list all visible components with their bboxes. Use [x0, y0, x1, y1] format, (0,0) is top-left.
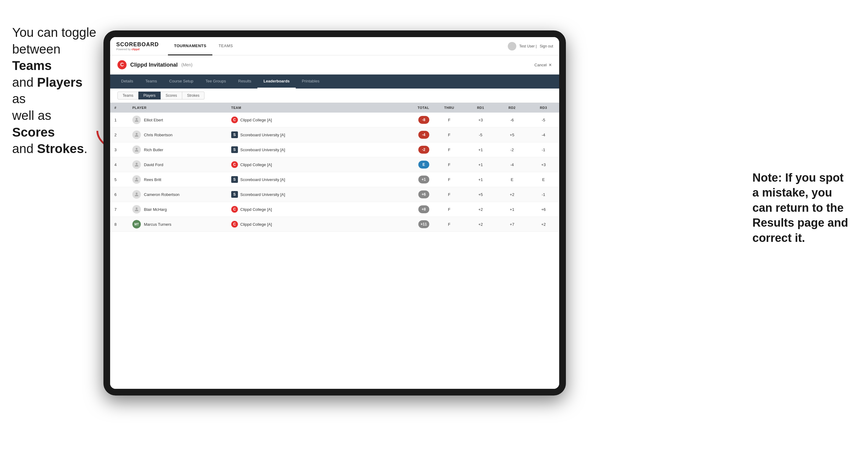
thru-cell: F — [434, 187, 465, 202]
sign-out-link[interactable]: Sign out — [540, 44, 553, 49]
team-name: Clippd College [A] — [240, 222, 272, 227]
player-name: Rees Britt — [144, 177, 161, 182]
rd1-cell: +2 — [465, 217, 496, 232]
tournament-gender: (Men) — [181, 62, 193, 67]
player-name: Blair McHarg — [144, 207, 167, 212]
nav-link-teams[interactable]: TEAMS — [212, 37, 239, 55]
team-cell: C Clippd College [A] — [227, 113, 389, 127]
player-name-cell: Blair McHarg — [128, 202, 227, 217]
thru-cell: F — [434, 113, 465, 127]
tab-leaderboards[interactable]: Leaderboards — [257, 74, 296, 89]
player-name: Marcus Turners — [144, 222, 171, 227]
player-name-cell: Rees Britt — [128, 172, 227, 187]
nav-link-tournaments[interactable]: TOURNAMENTS — [168, 37, 212, 55]
rd1-cell: +5 — [465, 187, 496, 202]
tab-course-setup[interactable]: Course Setup — [163, 74, 199, 89]
rank-cell: 7 — [110, 202, 128, 217]
tab-details[interactable]: Details — [115, 74, 140, 89]
tab-teams[interactable]: Teams — [140, 74, 163, 89]
col-header-rd1: RD1 — [465, 103, 496, 113]
subtab-players[interactable]: Players — [138, 92, 161, 99]
rd2-cell: +7 — [496, 217, 528, 232]
svg-point-5 — [136, 178, 137, 180]
player-avatar: MT — [132, 220, 141, 228]
team-logo: S — [231, 191, 238, 198]
team-name: Clippd College [A] — [240, 207, 272, 212]
thru-cell: F — [434, 127, 465, 143]
svg-point-1 — [136, 118, 137, 120]
total-score-cell: -2 — [389, 143, 434, 157]
col-header-rd3: RD3 — [528, 103, 559, 113]
player-name-cell: Elliot Ebert — [128, 113, 227, 127]
tab-results[interactable]: Results — [232, 74, 257, 89]
rank-cell: 6 — [110, 187, 128, 202]
rank-cell: 5 — [110, 172, 128, 187]
total-score-cell: E — [389, 157, 434, 172]
table-row: 5 Rees Britt S Scoreboard University [A]… — [110, 172, 559, 187]
subtab-strokes[interactable]: Strokes — [182, 92, 205, 99]
team-name: Scoreboard University [A] — [240, 177, 285, 182]
rd2-cell: E — [496, 172, 528, 187]
total-score-cell: +8 — [389, 202, 434, 217]
leaderboard-table-container: # PLAYER TEAM TOTAL THRU RD1 RD2 RD3 1 — [110, 103, 559, 389]
cancel-button[interactable]: Cancel ✕ — [534, 63, 552, 67]
rd2-cell: -2 — [496, 143, 528, 157]
table-row: 7 Blair McHarg C Clippd College [A] +8 F… — [110, 202, 559, 217]
rd2-cell: -4 — [496, 157, 528, 172]
annotation-line5: and Strokes. — [12, 142, 88, 156]
score-badge: +8 — [418, 205, 429, 213]
player-name-cell: Chris Robertson — [128, 127, 227, 143]
thru-cell: F — [434, 217, 465, 232]
rd3-cell: +6 — [528, 202, 559, 217]
team-logo: S — [231, 176, 238, 183]
rank-cell: 1 — [110, 113, 128, 127]
team-name: Scoreboard University [A] — [240, 148, 285, 152]
table-row: 3 Rich Butler S Scoreboard University [A… — [110, 143, 559, 157]
col-header-team: TEAM — [227, 103, 389, 113]
leaderboard-table: # PLAYER TEAM TOTAL THRU RD1 RD2 RD3 1 — [110, 103, 559, 232]
player-avatar — [132, 146, 141, 154]
tab-printables[interactable]: Printables — [296, 74, 326, 89]
player-avatar — [132, 175, 141, 184]
svg-point-2 — [136, 133, 137, 135]
rd3-cell: -1 — [528, 143, 559, 157]
svg-point-4 — [136, 163, 137, 164]
player-name: Elliot Ebert — [144, 118, 163, 122]
rd2-cell: +1 — [496, 202, 528, 217]
tablet-screen: SCOREBOARD Powered by clippd TOURNAMENTS… — [110, 37, 559, 389]
tab-navigation: Details Teams Course Setup Tee Groups Re… — [110, 74, 559, 89]
team-name: Scoreboard University [A] — [240, 133, 285, 137]
team-logo: C — [231, 161, 238, 168]
rd1-cell: +1 — [465, 143, 496, 157]
player-name: Rich Butler — [144, 148, 163, 152]
thru-cell: F — [434, 143, 465, 157]
team-cell: S Scoreboard University [A] — [227, 143, 389, 157]
player-name: David Ford — [144, 162, 163, 167]
total-score-cell: +1 — [389, 172, 434, 187]
team-cell: S Scoreboard University [A] — [227, 172, 389, 187]
subtab-scores[interactable]: Scores — [161, 92, 182, 99]
total-score-cell: +11 — [389, 217, 434, 232]
rd3-cell: E — [528, 172, 559, 187]
nav-bar: SCOREBOARD Powered by clippd TOURNAMENTS… — [110, 37, 559, 55]
note-text: Note: If you spota mistake, youcan retur… — [752, 171, 848, 244]
team-logo: C — [231, 206, 238, 213]
table-row: 4 David Ford C Clippd College [A] E F +1… — [110, 157, 559, 172]
subtab-teams[interactable]: Teams — [118, 92, 138, 99]
svg-point-6 — [136, 193, 137, 194]
tab-tee-groups[interactable]: Tee Groups — [199, 74, 232, 89]
team-logo: S — [231, 131, 238, 138]
player-name-cell: MT Marcus Turners — [128, 217, 227, 232]
player-name: Chris Robertson — [144, 133, 173, 137]
nav-links: TOURNAMENTS TEAMS — [168, 37, 508, 55]
user-avatar — [508, 42, 516, 51]
svg-point-3 — [136, 148, 137, 150]
score-badge: +11 — [418, 220, 429, 228]
team-name: Scoreboard University [A] — [240, 192, 285, 197]
score-badge: E — [418, 161, 429, 168]
svg-point-7 — [136, 208, 137, 209]
nav-right: Test User | Sign out — [508, 42, 553, 51]
col-header-rank: # — [110, 103, 128, 113]
thru-cell: F — [434, 202, 465, 217]
player-name-cell: Cameron Robertson — [128, 187, 227, 202]
